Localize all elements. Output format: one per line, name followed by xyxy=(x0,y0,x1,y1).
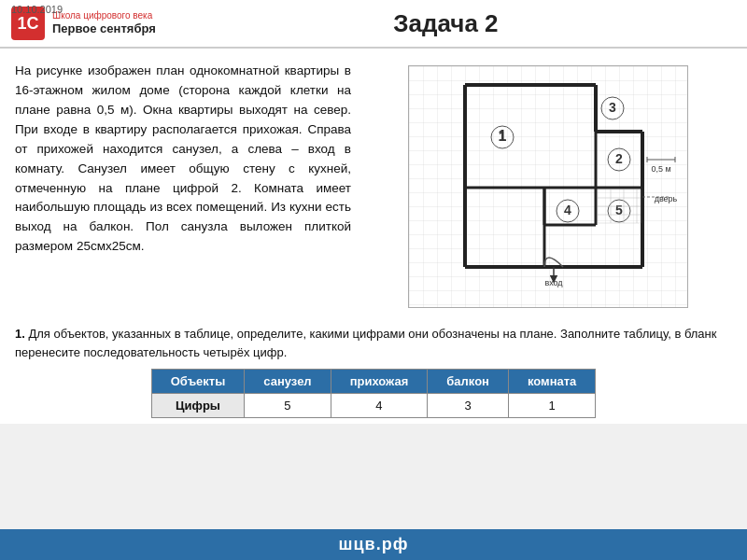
col-header-bathroom: санузел xyxy=(245,370,331,394)
col-header-objects: Объекты xyxy=(151,370,245,394)
logo-text: Школа цифрового века Первое сентября xyxy=(52,9,156,37)
footer: шцв.рф xyxy=(0,529,747,560)
question-section: 1. Для объектов, указанных в таблице, оп… xyxy=(0,317,747,424)
svg-text:2: 2 xyxy=(615,151,623,166)
footer-url: шцв.рф xyxy=(339,535,409,553)
col-header-balcony: балкон xyxy=(428,370,509,394)
logo-line2: Первое сентября xyxy=(52,21,156,37)
val-hallway: 4 xyxy=(331,394,428,418)
page-title: Задача 2 xyxy=(156,9,736,38)
row-label: Цифры xyxy=(151,394,245,418)
table-wrapper: Объекты санузел прихожая балкон комната … xyxy=(15,369,732,418)
svg-text:1: 1 xyxy=(499,129,506,144)
question-number: 1. xyxy=(15,327,25,341)
svg-text:0,5 м: 0,5 м xyxy=(651,164,670,174)
answer-table: Объекты санузел прихожая балкон комната … xyxy=(151,369,597,418)
header-date: 10.10.2019 xyxy=(11,4,63,15)
val-room: 1 xyxy=(508,394,595,418)
svg-text:дверь: дверь xyxy=(655,194,678,203)
question-body: Для объектов, указанных в таблице, опред… xyxy=(15,327,716,359)
floor-plan: 1 1 2 3 4 5 0,5 м дверь вх xyxy=(408,65,688,308)
svg-text:3: 3 xyxy=(609,100,616,115)
floor-plan-container: 1 1 2 3 4 5 0,5 м дверь вх xyxy=(364,62,732,308)
svg-text:4: 4 xyxy=(564,203,571,217)
logo-line1: Школа цифрового века xyxy=(52,9,156,21)
table-data-row: Цифры 5 4 3 1 xyxy=(151,394,596,418)
val-balcony: 3 xyxy=(428,394,509,418)
svg-text:5: 5 xyxy=(615,203,623,217)
main-content: На рисунке изображен план однокомнатной … xyxy=(0,49,747,317)
col-header-hallway: прихожая xyxy=(331,370,428,394)
table-header-row: Объекты санузел прихожая балкон комната xyxy=(151,370,596,394)
val-bathroom: 5 xyxy=(245,394,331,418)
svg-text:вход: вход xyxy=(544,278,563,287)
question-text: 1. Для объектов, указанных в таблице, оп… xyxy=(15,325,732,361)
description-text: На рисунке изображен план однокомнатной … xyxy=(15,62,351,308)
col-header-room: комната xyxy=(508,370,595,394)
